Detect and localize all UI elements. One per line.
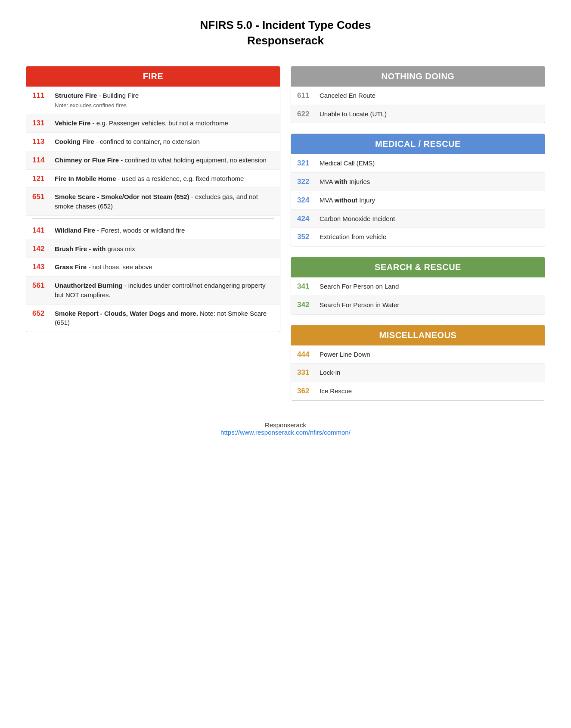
incident-desc: MVA with Injuries [320,177,370,187]
misc-section-header: MISCELLANEOUS [291,325,545,345]
section-divider [32,218,274,219]
table-row: 652 Smoke Report - Clouds, Water Dogs an… [26,305,280,332]
medical-section: MEDICAL / RESCUE 321 Medical Call (EMS) … [291,134,545,246]
incident-desc: Carbon Monoxide Incident [320,214,395,224]
footer-link[interactable]: https://www.responserack.com/nfirs/commo… [220,429,351,436]
incident-desc: Ice Rescue [320,386,352,396]
search-section-header: SEARCH & RESCUE [291,257,545,277]
incident-desc: Fire In Mobile Home - used as a residenc… [55,174,244,184]
incident-code: 322 [297,177,320,186]
table-row: 321 Medical Call (EMS) [291,154,545,173]
incident-desc: Lock-in [320,368,340,377]
incident-code: 444 [297,350,320,359]
incident-code: 321 [297,159,320,168]
table-row: 424 Carbon Monoxide Incident [291,210,545,228]
incident-code: 113 [32,137,55,146]
incident-desc: Cooking Fire - confined to container, no… [55,137,200,146]
incident-desc: Smoke Scare - Smoke/Odor not Steam (652)… [55,192,274,211]
table-row: 331 Lock-in [291,364,545,382]
incident-code: 142 [32,244,55,253]
page-title: NFIRS 5.0 - Incident Type Codes Response… [26,17,545,49]
incident-desc: Structure Fire - Building FireNote: excl… [55,91,139,110]
incident-desc: Search For Person in Water [320,300,399,310]
table-row: 611 Canceled En Route [291,87,545,105]
incident-code: 561 [32,281,55,290]
table-row: 341 Search For Person on Land [291,277,545,296]
incident-desc: Extrication from vehicle [320,232,386,242]
nothing-section: NOTHING DOING 611 Canceled En Route 622 … [291,66,545,124]
incident-desc: Canceled En Route [320,91,375,100]
incident-code: 111 [32,91,55,100]
incident-desc: Vehicle Fire - e.g. Passenger vehicles, … [55,118,228,128]
table-row: 121 Fire In Mobile Home - used as a resi… [26,170,280,188]
incident-desc: Unable to Locate (UTL) [320,109,387,119]
incident-desc: Smoke Report - Clouds, Water Dogs and mo… [55,309,274,328]
fire-section-header: FIRE [26,66,280,87]
incident-desc: MVA without Injury [320,196,375,205]
table-row: 352 Extrication from vehicle [291,228,545,246]
table-row: 111 Structure Fire - Building FireNote: … [26,87,280,115]
table-row: 622 Unable to Locate (UTL) [291,105,545,123]
table-row: 651 Smoke Scare - Smoke/Odor not Steam (… [26,188,280,216]
table-row: 113 Cooking Fire - confined to container… [26,133,280,151]
table-row: 141 Wildland Fire - Forest, woods or wil… [26,221,280,240]
nothing-section-header: NOTHING DOING [291,66,545,87]
incident-code: 341 [297,282,320,291]
incident-desc: Brush Fire - with grass mix [55,244,135,254]
incident-code: 651 [32,192,55,201]
table-row: 324 MVA without Injury [291,191,545,210]
footer-text: Responserack [26,421,545,429]
table-row: 444 Power Line Down [291,345,545,364]
incident-code: 131 [32,118,55,128]
incident-code: 424 [297,214,320,223]
table-row: 561 Unauthorized Burning - includes unde… [26,277,280,305]
incident-code: 324 [297,196,320,205]
incident-code: 362 [297,386,320,395]
table-row: 131 Vehicle Fire - e.g. Passenger vehicl… [26,114,280,133]
fire-section: FIRE 111 Structure Fire - Building FireN… [26,66,280,332]
incident-code: 143 [32,262,55,271]
right-column: NOTHING DOING 611 Canceled En Route 622 … [291,66,545,401]
incident-code: 652 [32,309,55,318]
incident-desc: Medical Call (EMS) [320,159,375,168]
table-row: 342 Search For Person in Water [291,296,545,314]
incident-code: 342 [297,300,320,309]
table-row: 143 Grass Fire - not those, see above [26,258,280,277]
incident-code: 141 [32,226,55,235]
incident-code: 352 [297,232,320,241]
table-row: 142 Brush Fire - with grass mix [26,240,280,258]
table-row: 362 Ice Rescue [291,382,545,400]
table-row: 114 Chimney or Flue Fire - confined to w… [26,151,280,170]
search-section: SEARCH & RESCUE 341 Search For Person on… [291,257,545,314]
incident-desc: Chimney or Flue Fire - confined to what … [55,156,267,165]
main-grid: FIRE 111 Structure Fire - Building FireN… [26,66,545,401]
medical-section-header: MEDICAL / RESCUE [291,134,545,154]
incident-code: 114 [32,156,55,165]
incident-code: 121 [32,174,55,183]
incident-desc: Unauthorized Burning - includes under co… [55,281,274,300]
table-row: 322 MVA with Injuries [291,173,545,191]
incident-code: 622 [297,109,320,118]
incident-desc: Power Line Down [320,350,370,359]
incident-code: 611 [297,91,320,100]
incident-desc: Grass Fire - not those, see above [55,262,152,272]
incident-code: 331 [297,368,320,377]
footer: Responserack https://www.responserack.co… [26,421,545,436]
misc-section: MISCELLANEOUS 444 Power Line Down 331 Lo… [291,325,545,401]
incident-desc: Wildland Fire - Forest, woods or wildlan… [55,226,185,235]
incident-desc: Search For Person on Land [320,282,399,291]
